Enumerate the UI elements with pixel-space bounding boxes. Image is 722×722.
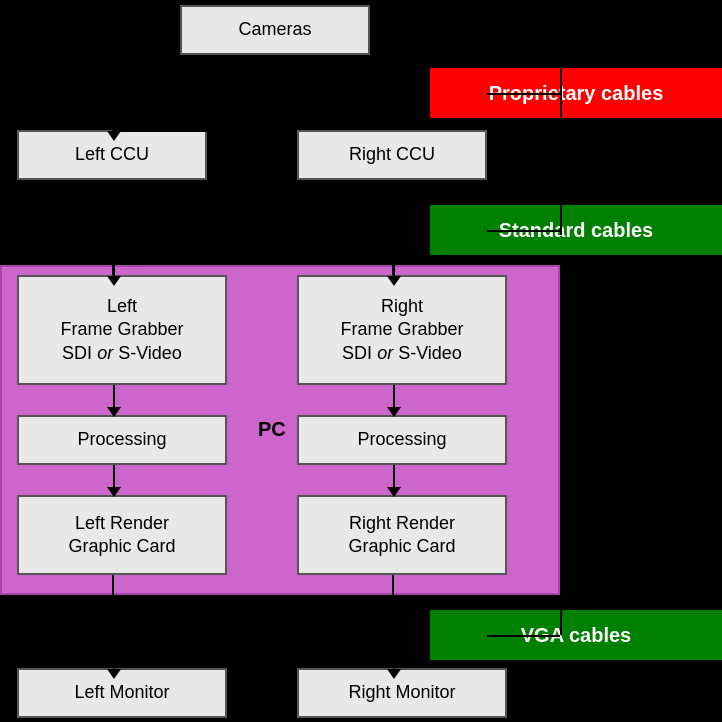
arrow-right-processing-to-render — [387, 465, 401, 497]
line-right-side-vga — [487, 635, 560, 637]
arrow-right-fg-to-processing — [387, 385, 401, 417]
left-render-box: Left RenderGraphic Card — [17, 495, 227, 575]
arrow-left-render-to-monitor — [107, 657, 121, 679]
left-frame-grabber-label: LeftFrame GrabberSDI or S-Video — [60, 295, 183, 365]
arrow-right-ccu-to-fg — [387, 264, 401, 286]
right-processing-box: Processing — [297, 415, 507, 465]
left-monitor-box: Left Monitor — [17, 668, 227, 718]
line-right-side-prop — [487, 93, 560, 95]
line-cameras-left — [112, 130, 275, 132]
line-right-side-std — [487, 230, 560, 232]
right-render-box: Right RenderGraphic Card — [297, 495, 507, 575]
pc-label: PC — [258, 418, 286, 441]
right-monitor-label: Right Monitor — [348, 681, 455, 704]
line-right-ccu-down — [392, 180, 394, 275]
left-ccu-label: Left CCU — [75, 143, 149, 166]
line-right-side-top — [560, 68, 562, 235]
left-monitor-label: Left Monitor — [74, 681, 169, 704]
cameras-box: Cameras — [180, 5, 370, 55]
right-monitor-box: Right Monitor — [297, 668, 507, 718]
right-render-label: Right RenderGraphic Card — [348, 512, 455, 559]
line-left-ccu-down — [112, 180, 114, 275]
line-right-render-to-monitor — [392, 575, 394, 668]
line-right-side-bottom — [560, 575, 562, 635]
right-ccu-label: Right CCU — [349, 143, 435, 166]
right-frame-grabber-label: RightFrame GrabberSDI or S-Video — [340, 295, 463, 365]
right-frame-grabber-box: RightFrame GrabberSDI or S-Video — [297, 275, 507, 385]
left-frame-grabber-box: LeftFrame GrabberSDI or S-Video — [17, 275, 227, 385]
standard-cables-box: Standard cables — [430, 205, 722, 255]
left-processing-box: Processing — [17, 415, 227, 465]
left-render-label: Left RenderGraphic Card — [68, 512, 175, 559]
left-processing-label: Processing — [77, 428, 166, 451]
right-processing-label: Processing — [357, 428, 446, 451]
arrow-cameras-to-left-ccu — [107, 119, 121, 141]
proprietary-cables-box: Proprietary cables — [430, 68, 722, 118]
arrow-cameras-to-right-ccu — [269, 55, 283, 77]
arrow-right-render-to-monitor — [387, 657, 401, 679]
vga-cables-box: VGA cables — [430, 610, 722, 660]
arrow-left-fg-to-processing — [107, 385, 121, 417]
line-left-render-to-monitor — [112, 575, 114, 668]
arrow-left-ccu-to-fg — [107, 264, 121, 286]
arrow-left-processing-to-render — [107, 465, 121, 497]
diagram: PC Cameras Proprietary cables Left CCU R… — [0, 0, 722, 722]
line-cameras-right — [274, 130, 297, 132]
cameras-label: Cameras — [238, 18, 311, 41]
right-ccu-box: Right CCU — [297, 130, 487, 180]
